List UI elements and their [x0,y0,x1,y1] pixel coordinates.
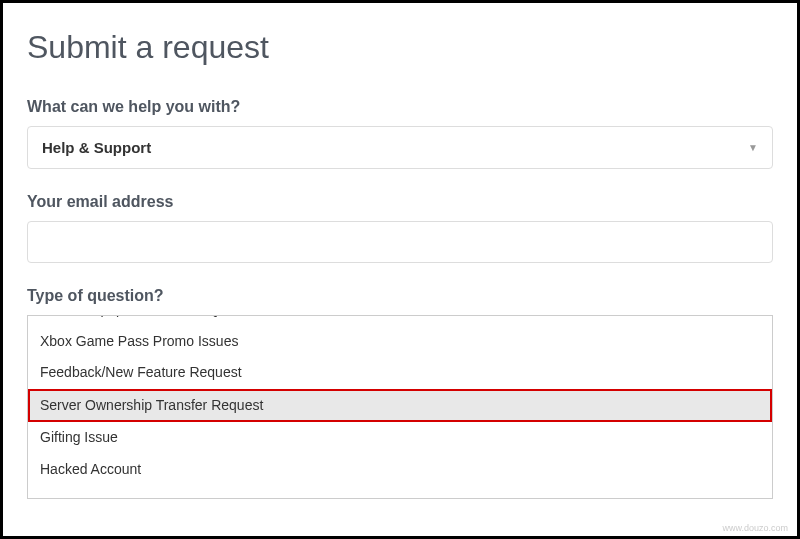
help-select[interactable]: Help & Support ▼ [27,126,773,169]
question-type-dropdown[interactable]: Virtual Popup Store/Merch Questions Xbox… [27,315,773,499]
question-type-label: Type of question? [27,287,773,305]
field-help-group: What can we help you with? Help & Suppor… [27,98,773,169]
dropdown-option-highlighted[interactable]: Server Ownership Transfer Request [28,389,772,423]
form-container: Submit a request What can we help you wi… [0,0,800,539]
chevron-down-icon: ▼ [748,142,758,153]
email-label: Your email address [27,193,773,211]
help-label: What can we help you with? [27,98,773,116]
dropdown-option[interactable]: Hacked Account [28,454,772,486]
watermark-text: www.douzo.com [722,523,788,533]
field-email-group: Your email address [27,193,773,263]
field-question-type-group: Type of question? Virtual Popup Store/Me… [27,287,773,499]
help-select-value: Help & Support [42,139,151,156]
page-title: Submit a request [27,29,773,66]
dropdown-option[interactable]: Feedback/New Feature Request [28,357,772,389]
email-input[interactable] [27,221,773,263]
dropdown-scroll[interactable]: Virtual Popup Store/Merch Questions Xbox… [28,316,772,498]
dropdown-option[interactable]: Gifting Issue [28,422,772,454]
dropdown-option[interactable]: Virtual Popup Store/Merch Questions [28,316,772,326]
dropdown-option[interactable]: Xbox Game Pass Promo Issues [28,326,772,358]
